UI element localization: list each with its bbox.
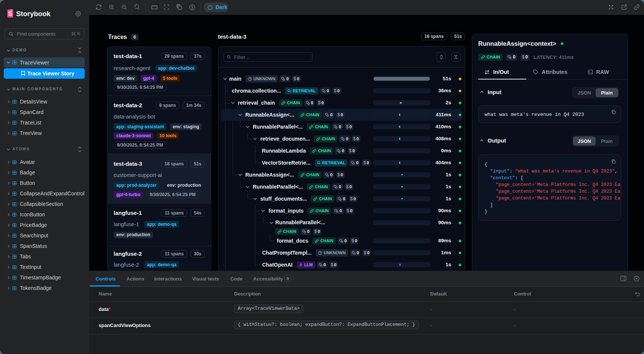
svg-text:S: S [8,10,12,17]
